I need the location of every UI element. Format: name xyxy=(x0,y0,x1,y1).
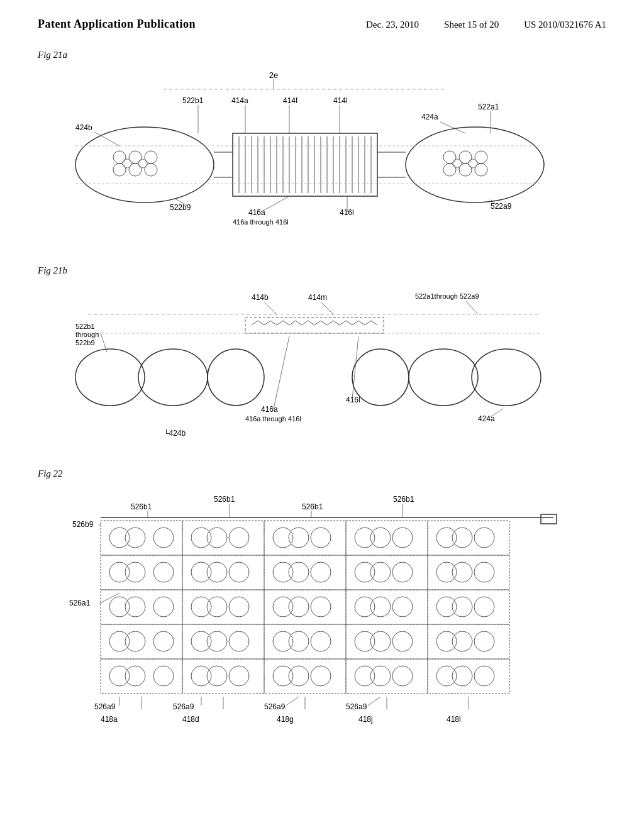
svg-rect-101 xyxy=(541,514,557,524)
svg-point-171 xyxy=(355,597,375,617)
svg-point-180 xyxy=(370,666,391,686)
svg-text:414l: 414l xyxy=(333,96,348,105)
svg-rect-118 xyxy=(101,659,182,694)
svg-point-124 xyxy=(207,528,227,548)
svg-rect-198 xyxy=(428,659,509,694)
svg-text:418l: 418l xyxy=(447,715,461,724)
svg-text:526a9: 526a9 xyxy=(346,702,367,711)
svg-point-184 xyxy=(452,528,472,548)
svg-point-168 xyxy=(370,562,391,582)
svg-text:418d: 418d xyxy=(182,715,199,724)
svg-point-10 xyxy=(123,159,131,168)
svg-line-219 xyxy=(286,697,299,706)
svg-point-79 xyxy=(352,349,409,406)
svg-point-148 xyxy=(289,562,309,582)
svg-point-132 xyxy=(207,597,227,617)
svg-text:526a9: 526a9 xyxy=(173,702,194,711)
svg-rect-110 xyxy=(101,590,182,624)
svg-text:522a1through 522a9: 522a1through 522a9 xyxy=(415,292,479,300)
svg-rect-190 xyxy=(428,590,509,624)
svg-point-152 xyxy=(289,597,309,617)
svg-line-221 xyxy=(368,697,380,706)
figure-21b: Fig 21b 522b1 xyxy=(38,265,606,443)
svg-rect-158 xyxy=(264,659,346,694)
fig21a-diagram: 2e xyxy=(38,64,579,240)
svg-point-165 xyxy=(392,528,413,548)
svg-point-153 xyxy=(311,597,331,617)
svg-point-155 xyxy=(273,631,293,651)
svg-point-193 xyxy=(474,597,494,617)
svg-rect-114 xyxy=(101,624,182,659)
svg-line-87 xyxy=(264,302,277,314)
svg-point-167 xyxy=(355,562,375,582)
svg-point-176 xyxy=(370,631,391,651)
svg-point-175 xyxy=(355,631,375,651)
svg-point-42 xyxy=(453,159,462,168)
fig22-diagram: 526b9 526b1 526b1 526b1 526b1 526a1 526a… xyxy=(38,483,579,734)
svg-rect-106 xyxy=(101,555,182,590)
svg-point-77 xyxy=(138,349,208,406)
svg-point-151 xyxy=(273,597,293,617)
svg-point-137 xyxy=(229,631,249,651)
svg-text:418j: 418j xyxy=(358,715,373,724)
svg-point-179 xyxy=(355,666,375,686)
svg-rect-182 xyxy=(428,521,509,555)
page-header: Patent Application Publication Dec. 23, … xyxy=(0,0,644,37)
svg-rect-126 xyxy=(182,555,264,590)
svg-point-109 xyxy=(153,562,174,582)
svg-line-93 xyxy=(274,336,289,409)
svg-point-36 xyxy=(443,151,456,163)
svg-text:526b1: 526b1 xyxy=(131,502,152,511)
svg-point-183 xyxy=(436,528,457,548)
svg-line-213 xyxy=(99,593,119,604)
svg-rect-154 xyxy=(264,624,346,659)
svg-point-185 xyxy=(474,528,494,548)
svg-point-128 xyxy=(207,562,227,582)
svg-text:414f: 414f xyxy=(283,96,298,105)
svg-line-99 xyxy=(491,409,503,417)
svg-point-159 xyxy=(273,666,293,686)
svg-point-172 xyxy=(370,597,391,617)
main-content: Fig 21a 2e xyxy=(0,37,644,785)
svg-text:416l: 416l xyxy=(340,208,354,217)
svg-text:2e: 2e xyxy=(269,70,278,80)
svg-point-43 xyxy=(469,159,477,168)
svg-point-164 xyxy=(370,528,391,548)
svg-point-181 xyxy=(392,666,413,686)
svg-text:414b: 414b xyxy=(252,293,269,302)
svg-line-89 xyxy=(321,302,333,314)
svg-rect-134 xyxy=(182,624,264,659)
svg-rect-12 xyxy=(233,133,377,196)
sheet-info: Sheet 15 of 20 xyxy=(444,19,499,30)
header-meta: Dec. 23, 2010 Sheet 15 of 20 US 2010/032… xyxy=(366,19,606,30)
svg-rect-102 xyxy=(101,521,182,555)
svg-text:416a: 416a xyxy=(248,208,265,217)
svg-text:522b9: 522b9 xyxy=(75,339,95,346)
svg-point-135 xyxy=(191,631,211,651)
svg-point-156 xyxy=(289,631,309,651)
svg-text:526b1: 526b1 xyxy=(214,495,235,504)
svg-point-104 xyxy=(125,528,145,548)
svg-point-81 xyxy=(472,349,541,406)
svg-text:526b1: 526b1 xyxy=(302,502,323,511)
page: Patent Application Publication Dec. 23, … xyxy=(0,0,644,830)
svg-text:522b9: 522b9 xyxy=(170,203,191,212)
svg-line-63 xyxy=(94,132,119,146)
svg-text:522a9: 522a9 xyxy=(491,202,512,211)
svg-point-133 xyxy=(229,597,249,617)
svg-text:424a: 424a xyxy=(421,113,438,121)
svg-point-173 xyxy=(392,597,413,617)
svg-point-78 xyxy=(208,349,264,406)
figure-22: Fig 22 xyxy=(38,468,606,734)
svg-text:418a: 418a xyxy=(101,715,118,724)
svg-rect-142 xyxy=(264,521,346,555)
svg-point-143 xyxy=(273,528,293,548)
svg-point-107 xyxy=(109,562,130,582)
svg-point-117 xyxy=(153,631,174,651)
svg-point-149 xyxy=(311,562,331,582)
patent-number: US 2010/0321676 A1 xyxy=(524,19,606,30)
svg-point-123 xyxy=(191,528,211,548)
svg-point-108 xyxy=(125,562,145,582)
svg-point-129 xyxy=(229,562,249,582)
svg-line-91 xyxy=(465,301,478,314)
